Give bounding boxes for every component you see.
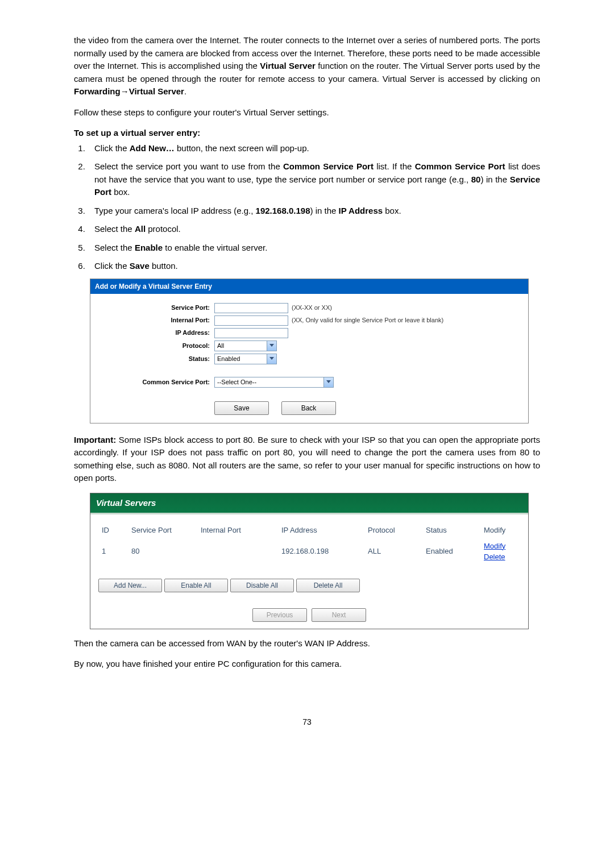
service-port-input[interactable] <box>214 303 288 313</box>
disable-all-button[interactable]: Disable All <box>230 579 294 592</box>
back-button[interactable]: Back <box>281 401 336 415</box>
intro-paragraph: the video from the camera over the Inter… <box>74 34 540 98</box>
text: Click the <box>94 261 130 271</box>
text: Click the <box>94 143 130 153</box>
table-header-row: ID Service Port Internal Port IP Address… <box>98 522 520 538</box>
status-select[interactable]: Enabled <box>214 354 277 364</box>
text: Select the <box>94 224 135 234</box>
cell-status: Enabled <box>422 538 480 565</box>
important-paragraph: Important: Some ISPs block access to por… <box>74 434 540 485</box>
important-label: Important: <box>74 435 116 445</box>
previous-button[interactable]: Previous <box>252 608 307 622</box>
text: Select the service port you want to use … <box>94 161 283 171</box>
follow-steps: Follow these steps to configure your rou… <box>74 106 540 119</box>
list-item: Click the Add New… button, the next scre… <box>88 142 540 155</box>
delete-all-button[interactable]: Delete All <box>296 579 360 592</box>
virtual-servers-panel: Virtual Servers ID Service Port Internal… <box>90 493 529 629</box>
col-internal-port: Internal Port <box>197 522 278 538</box>
list-item: Select the All protocol. <box>88 223 540 236</box>
text: list. If the <box>374 161 415 171</box>
protocol-select[interactable]: All <box>214 340 277 351</box>
after-text-1: Then the camera can be accessed from WAN… <box>74 637 540 650</box>
list-item: Click the Save button. <box>88 260 540 273</box>
panel-title: Add or Modify a Virtual Server Entry <box>90 279 528 294</box>
col-protocol: Protocol <box>364 522 422 538</box>
next-button[interactable]: Next <box>312 608 366 622</box>
col-service-port: Service Port <box>128 522 197 538</box>
col-status: Status <box>422 522 480 538</box>
protocol-value: All <box>217 341 224 351</box>
panel-title: Virtual Servers <box>90 493 528 515</box>
service-port-label: Service Port: <box>90 303 214 313</box>
text-bold: 80 <box>471 175 481 184</box>
text: box. <box>111 187 130 197</box>
important-text: Some ISPs block access to port 80. Be su… <box>74 435 540 483</box>
text: button. <box>150 261 178 271</box>
enable-all-button[interactable]: Enable All <box>164 579 228 592</box>
text: Type your camera's local IP address (e.g… <box>94 206 256 215</box>
steps-list: Click the Add New… button, the next scre… <box>74 142 540 273</box>
text: Select the <box>94 243 135 252</box>
after-text-2: By now, you have finished your entire PC… <box>74 658 540 671</box>
text: ) in the <box>480 175 509 184</box>
list-item: Select the Enable to enable the virtual … <box>88 242 540 255</box>
common-service-port-select[interactable]: --Select One-- <box>214 377 334 388</box>
cell-id: 1 <box>98 538 128 565</box>
text-bold: Enable <box>135 243 163 252</box>
status-value: Enabled <box>217 354 240 364</box>
col-modify: Modify <box>480 522 520 538</box>
delete-link[interactable]: Delete <box>484 553 505 561</box>
ip-address-label: IP Address: <box>90 328 214 338</box>
text: button, the next screen will pop-up. <box>175 143 309 153</box>
chevron-down-icon <box>323 377 333 387</box>
text-bold: Virtual Server <box>260 61 315 70</box>
save-button[interactable]: Save <box>214 401 269 415</box>
text: ) in the <box>310 206 339 215</box>
table-row: 1 80 192.168.0.198 ALL Enabled Modify De… <box>98 538 520 565</box>
col-id: ID <box>98 522 128 538</box>
service-port-hint: (XX-XX or XX) <box>292 303 332 313</box>
text-bold: 192.168.0.198 <box>256 206 310 215</box>
text-bold: Save <box>130 261 150 271</box>
internal-port-label: Internal Port: <box>90 315 214 325</box>
text-bold: Add New… <box>130 143 175 153</box>
cell-service-port: 80 <box>128 538 197 565</box>
text-bold: All <box>135 224 146 234</box>
svg-marker-2 <box>326 380 331 383</box>
cell-internal-port <box>197 538 278 565</box>
internal-port-input[interactable] <box>214 315 288 326</box>
status-label: Status: <box>90 354 214 364</box>
text-bold: IP Address <box>339 206 383 215</box>
common-service-port-value: --Select One-- <box>217 377 256 387</box>
modify-link[interactable]: Modify <box>484 542 505 550</box>
setup-heading: To set up a virtual server entry: <box>74 127 540 140</box>
list-item: Type your camera's local IP address (e.g… <box>88 205 540 218</box>
text-bold: Common Service Port <box>415 161 505 171</box>
list-item: Select the service port you want to use … <box>88 160 540 199</box>
text: . <box>184 86 186 96</box>
add-modify-virtual-server-panel: Add or Modify a Virtual Server Entry Ser… <box>90 279 529 423</box>
cell-ip-address: 192.168.0.198 <box>278 538 364 565</box>
text-bold: Forwarding→Virtual Server <box>74 86 184 96</box>
cell-protocol: ALL <box>364 538 422 565</box>
cell-modify: Modify Delete <box>480 538 520 565</box>
page-number: 73 <box>74 716 540 728</box>
text-bold: Common Service Port <box>283 161 374 171</box>
text: protocol. <box>146 224 181 234</box>
ip-address-input[interactable] <box>214 328 288 338</box>
common-service-port-label: Common Service Port: <box>90 377 214 387</box>
panel-body: Service Port: (XX-XX or XX) Internal Por… <box>90 294 528 423</box>
text: box. <box>383 206 401 215</box>
svg-marker-0 <box>269 344 274 347</box>
chevron-down-icon <box>267 354 276 364</box>
col-ip-address: IP Address <box>278 522 364 538</box>
protocol-label: Protocol: <box>90 341 214 351</box>
chevron-down-icon <box>267 341 276 351</box>
internal-port-hint: (XX, Only valid for single Service Port … <box>292 315 443 325</box>
svg-marker-1 <box>269 357 274 360</box>
text: to enable the virtual server. <box>163 243 267 252</box>
virtual-servers-table: ID Service Port Internal Port IP Address… <box>98 522 520 565</box>
add-new-button[interactable]: Add New... <box>98 579 162 592</box>
